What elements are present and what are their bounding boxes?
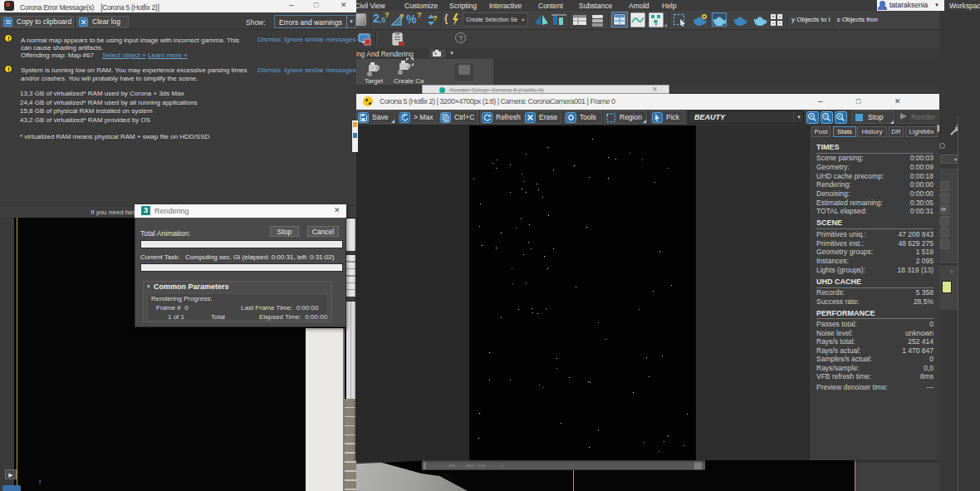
svg-text:?: ?	[399, 13, 404, 21]
svg-text:?: ?	[433, 14, 438, 22]
